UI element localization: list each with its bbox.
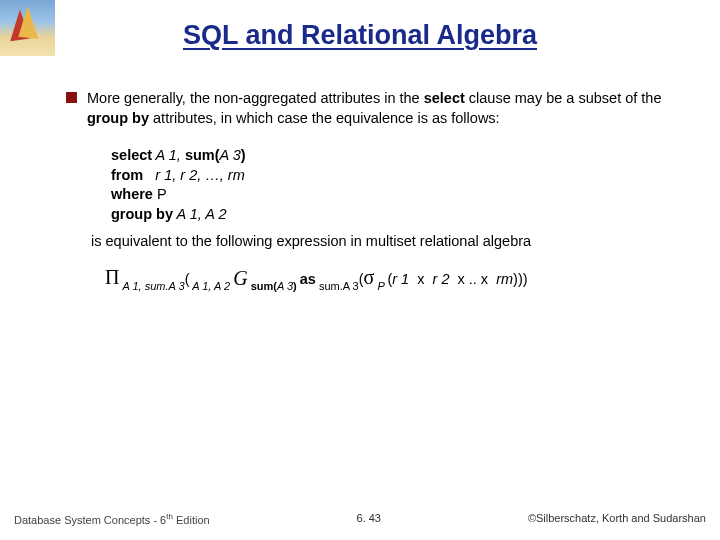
footer-left: Database System Concepts - 6th Edition [14,512,210,526]
footer-right: ©Silberschatz, Korth and Sudarshan [528,512,706,526]
sql-line-from: from r 1, r 2, …, rm [111,166,674,186]
sigma-subscript: P [374,280,387,292]
relational-algebra-expression: Π A 1, sum.A 3( A 1, A 2 G sum(A 3) as s… [105,264,674,292]
g-right-subscript: sum(A 3) [248,280,300,292]
equivalence-text: is equivalent to the following expressio… [91,232,674,252]
sigma-symbol: σ [364,266,375,288]
rel-r1: r 1 [392,271,409,287]
text: clause may be a subset of the [465,90,662,106]
slide-title: SQL and Relational Algebra [0,0,720,51]
paren-close: ))) [513,271,528,287]
bullet-text: More generally, the non-aggregated attri… [87,89,674,292]
slide-footer: Database System Concepts - 6th Edition 6… [0,512,720,526]
text: attributes, in which case the equivalenc… [149,110,500,126]
rel-rm: rm [496,271,513,287]
bold: select [424,90,465,106]
sql-line-where: where P [111,185,674,205]
bullet-icon [66,92,77,103]
bullet-item: More generally, the non-aggregated attri… [66,89,674,292]
cross: x .. x [449,271,496,287]
paren: ( [185,271,190,287]
pi-subscript: A 1, sum.A 3 [119,280,184,292]
sql-line-select: select A 1, sum(A 3) [111,146,674,166]
g-left-subscript: A 1, A 2 [190,280,234,292]
sql-line-groupby: group by A 1, A 2 [111,205,674,225]
as-subscript: sum.A 3 [316,280,359,292]
slide-body: More generally, the non-aggregated attri… [0,51,720,292]
g-symbol: G [233,267,247,289]
slide-thumbnail [0,0,55,56]
footer-center: 6. 43 [357,512,381,526]
as-keyword: as [300,271,316,287]
cross: x [409,271,432,287]
text: More generally, the non-aggregated attri… [87,90,424,106]
pi-symbol: Π [105,266,119,288]
sql-block: select A 1, sum(A 3) from r 1, r 2, …, r… [111,146,674,224]
bold: group by [87,110,149,126]
rel-r2: r 2 [433,271,450,287]
